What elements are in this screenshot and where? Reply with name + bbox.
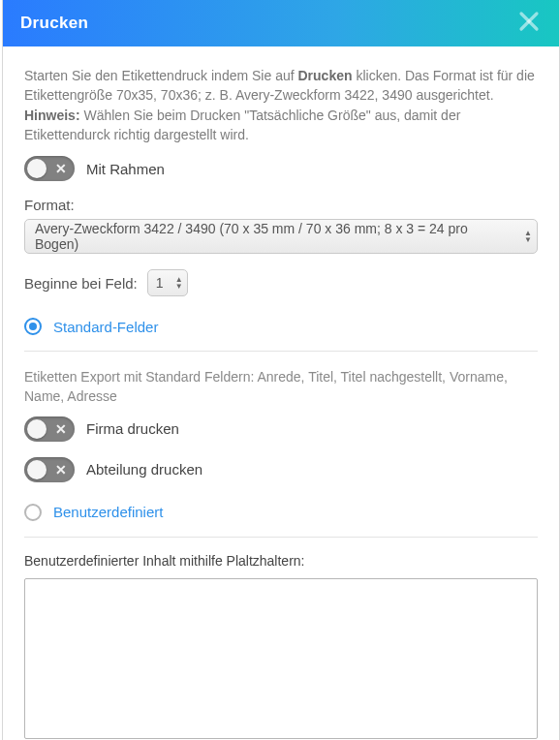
close-icon[interactable] [516, 9, 542, 34]
toggle-department-label: Abteilung drucken [86, 461, 202, 478]
dialog-body: Starten Sie den Etikettendruck indem Sie… [3, 46, 559, 740]
chevron-updown-icon: ▲▼ [175, 276, 183, 290]
radio-custom-label[interactable]: Benutzerdefiniert [53, 504, 163, 520]
x-icon: ✕ [55, 463, 67, 477]
start-field-stepper[interactable]: 1 ▲▼ [147, 269, 188, 296]
dialog-title: Drucken [20, 14, 88, 33]
dialog-header: Drucken [3, 0, 559, 46]
intro-strong: Drucken [298, 68, 353, 83]
format-select-value: Avery-Zweckform 3422 / 3490 (70 x 35 mm … [35, 221, 512, 252]
radio-custom-row: Benutzerdefiniert [24, 504, 538, 521]
toggle-company-label: Firma drucken [86, 420, 179, 437]
format-select[interactable]: Avery-Zweckform 3422 / 3490 (70 x 35 mm … [24, 219, 538, 254]
radio-standard-label[interactable]: Standard-Felder [53, 319, 158, 335]
format-label: Format: [24, 197, 538, 213]
start-field-label: Beginne bei Feld: [24, 275, 138, 292]
toggle-frame-label: Mit Rahmen [86, 161, 165, 177]
radio-custom[interactable] [24, 504, 42, 521]
x-icon: ✕ [55, 422, 67, 436]
toggle-company[interactable]: ✕ [24, 416, 75, 442]
format-select-wrap: Avery-Zweckform 3422 / 3490 (70 x 35 mm … [24, 219, 538, 254]
radio-standard-row: Standard-Felder [24, 318, 538, 335]
radio-dot-icon [29, 323, 37, 330]
toggle-knob [27, 419, 47, 439]
toggle-frame-row: ✕ Mit Rahmen [24, 156, 538, 181]
toggle-company-row: ✕ Firma drucken [24, 416, 538, 442]
x-icon: ✕ [55, 162, 67, 175]
intro-text: Starten Sie den Etikettendruck indem Sie… [24, 66, 538, 144]
divider [24, 351, 538, 352]
custom-content-label: Benutzerdefinierter Inhalt mithilfe Plal… [24, 553, 538, 569]
radio-standard[interactable] [24, 318, 42, 335]
hint-strong: Hinweis: [24, 108, 80, 123]
hint-post: Wählen Sie beim Drucken "Tatsächliche Gr… [24, 108, 460, 142]
custom-content-textarea[interactable] [24, 578, 538, 739]
divider [24, 537, 538, 538]
toggle-department[interactable]: ✕ [24, 457, 75, 482]
toggle-knob [27, 159, 47, 178]
print-dialog: Drucken Starten Sie den Etikettendruck i… [2, 0, 560, 740]
start-field-row: Beginne bei Feld: 1 ▲▼ [24, 269, 538, 296]
toggle-frame[interactable]: ✕ [24, 156, 75, 181]
chevron-updown-icon: ▲▼ [524, 230, 532, 243]
intro-pre: Starten Sie den Etikettendruck indem Sie… [24, 68, 298, 83]
toggle-department-row: ✕ Abteilung drucken [24, 457, 538, 482]
toggle-knob [27, 460, 47, 479]
start-field-value: 1 [156, 275, 164, 291]
standard-fields-hint: Etiketten Export mit Standard Feldern: A… [24, 367, 538, 407]
